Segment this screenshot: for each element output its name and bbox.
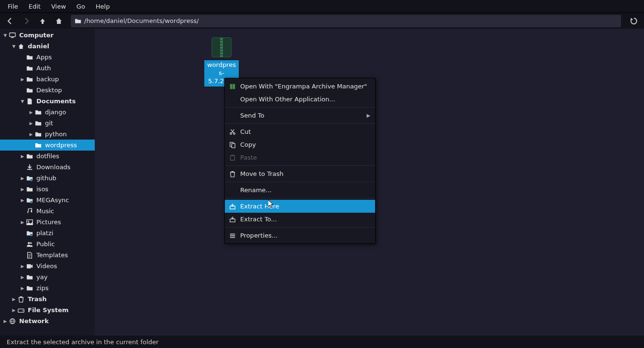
tree-item-documents[interactable]: ▼Documents bbox=[0, 96, 95, 107]
sidebar-tree[interactable]: ▼Computer▼danielAppsAuth▶backupDesktop▼D… bbox=[0, 29, 95, 336]
tree-item-megasync[interactable]: ▶MEGAsync bbox=[0, 195, 95, 206]
tree-item-backup[interactable]: ▶backup bbox=[0, 74, 95, 85]
ctx-extract-to[interactable]: Extract To... bbox=[225, 213, 375, 226]
tree-item-desktop[interactable]: Desktop bbox=[0, 85, 95, 96]
tree-item-zips[interactable]: ▶zips bbox=[0, 283, 95, 294]
tree-label: Videos bbox=[36, 262, 57, 270]
ctx-rename[interactable]: Rename... bbox=[225, 184, 375, 196]
ctx-open-with-other-application[interactable]: Open With Other Application... bbox=[225, 93, 375, 106]
up-button[interactable] bbox=[36, 15, 49, 27]
tree-expander-icon[interactable]: ▶ bbox=[19, 264, 26, 269]
ctx-move-to-trash[interactable]: Move to Trash bbox=[225, 167, 375, 180]
tree-expander-icon[interactable]: ▶ bbox=[19, 220, 26, 225]
tree-expander-icon[interactable]: ▶ bbox=[28, 110, 34, 115]
tree-label: wordpress bbox=[45, 141, 77, 149]
tree-expander-icon[interactable]: ▶ bbox=[19, 187, 26, 192]
reload-button[interactable] bbox=[628, 15, 640, 27]
tree-item-videos[interactable]: ▶Videos bbox=[0, 261, 95, 272]
menu-view[interactable]: View bbox=[46, 1, 71, 12]
tree-item-network[interactable]: ▶Network bbox=[0, 315, 95, 326]
folder-sync-icon bbox=[26, 229, 33, 237]
copy-icon bbox=[229, 141, 236, 149]
location-bar[interactable]: /home/daniel/Documents/wordpress/ bbox=[71, 15, 621, 27]
tree-expander-icon[interactable]: ▶ bbox=[19, 154, 26, 159]
tree-item-apps[interactable]: Apps bbox=[0, 52, 95, 63]
tree-item-downloads[interactable]: Downloads bbox=[0, 162, 95, 173]
tree-item-github[interactable]: ▶github bbox=[0, 173, 95, 184]
forward-button[interactable] bbox=[20, 15, 33, 27]
menu-file[interactable]: File bbox=[3, 1, 23, 12]
tree-item-file-system[interactable]: ▶File System bbox=[0, 304, 95, 315]
menubar: FileEditViewGoHelp bbox=[0, 0, 644, 12]
content-pane[interactable]: wordpress-5.7.2.zip Open With "Engrampa … bbox=[95, 29, 644, 336]
tree-label: Music bbox=[36, 207, 54, 215]
tree-item-dotfiles[interactable]: ▶dotfiles bbox=[0, 151, 95, 162]
folder-icon bbox=[26, 185, 33, 193]
ctx-label: Open With Other Application... bbox=[240, 96, 370, 103]
tree-item-public[interactable]: Public bbox=[0, 239, 95, 250]
tree-item-pictures[interactable]: ▶Pictures bbox=[0, 217, 95, 228]
tree-label: Apps bbox=[36, 54, 52, 61]
tree-expander-icon[interactable]: ▶ bbox=[11, 297, 17, 302]
folder-icon bbox=[26, 87, 33, 94]
network-icon bbox=[9, 317, 16, 325]
tree-expander-icon[interactable]: ▼ bbox=[2, 33, 9, 38]
back-button[interactable] bbox=[4, 15, 16, 27]
ctx-properties[interactable]: Properties... bbox=[225, 229, 375, 242]
tree-expander-icon[interactable]: ▶ bbox=[19, 275, 26, 280]
archive-app-icon bbox=[229, 83, 236, 90]
tree-expander-icon[interactable]: ▶ bbox=[19, 77, 26, 82]
svg-rect-14 bbox=[232, 84, 233, 89]
tree-label: Templates bbox=[36, 251, 68, 259]
folder-icon bbox=[26, 76, 33, 83]
ctx-open-with-engrampa-archive-manager[interactable]: Open With "Engrampa Archive Manager" bbox=[225, 80, 375, 93]
picture-icon bbox=[26, 218, 33, 226]
tree-label: Public bbox=[36, 240, 55, 248]
menu-edit[interactable]: Edit bbox=[24, 1, 45, 12]
tree-expander-icon[interactable]: ▶ bbox=[19, 176, 26, 181]
ctx-send-to[interactable]: Send To▶ bbox=[225, 109, 375, 122]
tree-item-computer[interactable]: ▼Computer bbox=[0, 30, 95, 41]
public-icon bbox=[26, 240, 33, 248]
tree-item-daniel[interactable]: ▼daniel bbox=[0, 41, 95, 52]
menu-go[interactable]: Go bbox=[72, 1, 90, 12]
ctx-label: Cut bbox=[240, 128, 370, 135]
tree-item-platzi[interactable]: platzi bbox=[0, 228, 95, 239]
tree-item-yay[interactable]: ▶yay bbox=[0, 272, 95, 283]
folder-icon bbox=[26, 54, 33, 61]
tree-expander-icon[interactable]: ▶ bbox=[28, 121, 34, 126]
tree-item-python[interactable]: ▶python bbox=[0, 129, 95, 140]
tree-item-django[interactable]: ▶django bbox=[0, 107, 95, 118]
ctx-label: Open With "Engrampa Archive Manager" bbox=[240, 83, 370, 90]
menu-help[interactable]: Help bbox=[91, 1, 115, 12]
ctx-label: Extract To... bbox=[240, 216, 370, 223]
location-path: /home/daniel/Documents/wordpress/ bbox=[84, 17, 199, 24]
tree-expander-icon[interactable]: ▶ bbox=[2, 319, 9, 324]
tree-label: python bbox=[45, 130, 67, 138]
tree-item-auth[interactable]: Auth bbox=[0, 63, 95, 74]
disk-icon bbox=[17, 306, 25, 314]
tree-item-templates[interactable]: Templates bbox=[0, 250, 95, 261]
tree-label: zips bbox=[36, 284, 48, 292]
tree-item-trash[interactable]: ▶Trash bbox=[0, 294, 95, 304]
tree-label: MEGAsync bbox=[36, 196, 69, 204]
tree-expander-icon[interactable]: ▶ bbox=[19, 286, 26, 291]
tree-expander-icon[interactable]: ▶ bbox=[19, 198, 26, 203]
tree-label: backup bbox=[36, 76, 59, 83]
tree-expander-icon[interactable]: ▶ bbox=[11, 308, 17, 313]
tree-item-isos[interactable]: ▶isos bbox=[0, 184, 95, 195]
tree-item-git[interactable]: ▶git bbox=[0, 118, 95, 129]
tree-expander-icon[interactable]: ▼ bbox=[11, 44, 17, 49]
folder-icon bbox=[26, 152, 33, 160]
tree-item-wordpress[interactable]: wordpress bbox=[0, 140, 95, 151]
ctx-extract-here[interactable]: Extract Here bbox=[225, 200, 375, 213]
music-icon bbox=[26, 207, 33, 215]
tree-expander-icon[interactable]: ▼ bbox=[19, 99, 26, 104]
ctx-cut[interactable]: Cut bbox=[225, 125, 375, 138]
home-button[interactable] bbox=[53, 15, 65, 27]
main-area: ▼Computer▼danielAppsAuth▶backupDesktop▼D… bbox=[0, 29, 644, 336]
tree-expander-icon[interactable]: ▶ bbox=[28, 132, 34, 137]
extract-icon bbox=[229, 203, 236, 210]
ctx-copy[interactable]: Copy bbox=[225, 138, 375, 151]
tree-item-music[interactable]: Music bbox=[0, 206, 95, 217]
